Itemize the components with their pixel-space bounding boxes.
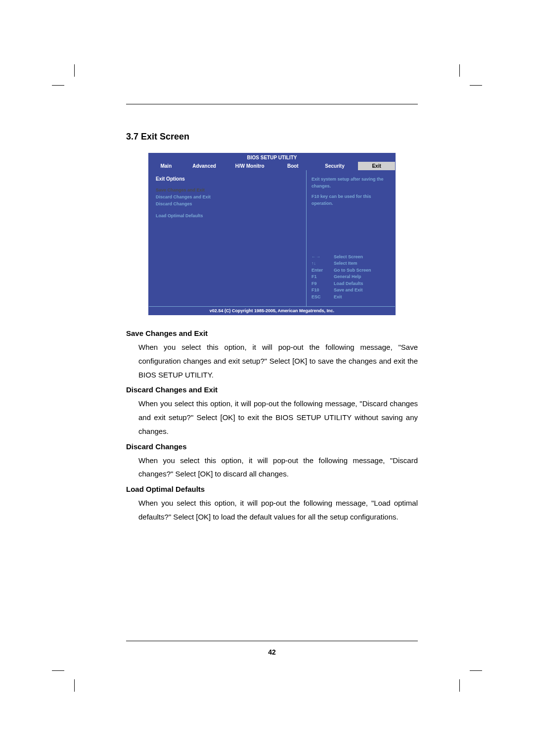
bios-key-row: F1General Help bbox=[312, 274, 390, 281]
bios-key: ↑↓ bbox=[312, 260, 334, 267]
crop-mark bbox=[64, 660, 84, 679]
description-text: When you select this option, it will pop… bbox=[138, 340, 418, 381]
bios-key-row: F9Load Defaults bbox=[312, 281, 390, 287]
description-title: Discard Changes and Exit bbox=[126, 385, 418, 394]
crop-mark bbox=[64, 77, 84, 96]
bios-body: Exit Options Save Changes and Exit Disca… bbox=[149, 170, 395, 306]
bios-right-panel: Exit system setup after saving the chang… bbox=[306, 170, 395, 306]
bios-key: F9 bbox=[312, 281, 334, 287]
page-content: 3.7 Exit Screen BIOS SETUP UTILITY Main … bbox=[126, 104, 418, 657]
bios-key: F1 bbox=[312, 274, 334, 281]
description-block: Save Changes and Exit When you select th… bbox=[126, 329, 418, 381]
bios-tab-main: Main bbox=[149, 162, 183, 170]
bios-option-save-exit: Save Changes and Exit bbox=[156, 187, 299, 193]
bios-option-load-defaults: Load Optimal Defaults bbox=[156, 212, 299, 219]
bios-tabs: Main Advanced H/W Monitro Boot Security … bbox=[149, 162, 395, 170]
description-block: Load Optimal Defaults When you select th… bbox=[126, 485, 418, 524]
description-title: Discard Changes bbox=[126, 442, 418, 451]
bios-help-text: Exit system setup after saving the chang… bbox=[312, 176, 390, 189]
bottom-divider bbox=[126, 641, 418, 641]
bios-exit-options-heading: Exit Options bbox=[156, 176, 299, 182]
description-text: When you select this option, it will pop… bbox=[138, 496, 418, 524]
bios-key-label: Select Item bbox=[334, 260, 357, 267]
bios-key-row: ←→Select Screen bbox=[312, 254, 390, 261]
bios-key: Enter bbox=[312, 267, 334, 274]
description-block: Discard Changes When you select this opt… bbox=[126, 442, 418, 481]
bios-key: ESC bbox=[312, 294, 334, 301]
bios-tab-advanced: Advanced bbox=[183, 162, 225, 170]
bios-tab-hw-monitor: H/W Monitro bbox=[225, 162, 274, 170]
bios-title: BIOS SETUP UTILITY bbox=[149, 153, 395, 162]
bios-key-label: Exit bbox=[334, 294, 342, 301]
bios-key-row: ESCExit bbox=[312, 294, 390, 301]
bios-screenshot: BIOS SETUP UTILITY Main Advanced H/W Mon… bbox=[148, 153, 396, 315]
crop-mark bbox=[450, 77, 470, 96]
bios-key-row: EnterGo to Sub Screen bbox=[312, 267, 390, 274]
bios-help-text: F10 key can be used for this operation. bbox=[312, 193, 390, 207]
bios-tab-boot: Boot bbox=[274, 162, 312, 170]
bios-option-group: Save Changes and Exit Discard Changes an… bbox=[156, 187, 299, 207]
bios-key: ←→ bbox=[312, 254, 334, 261]
bios-tab-security: Security bbox=[312, 162, 358, 170]
bios-key-legend: ←→Select Screen ↑↓Select Item EnterGo to… bbox=[312, 254, 390, 301]
description-text: When you select this option, it will pop… bbox=[138, 397, 418, 438]
bios-option-discard: Discard Changes bbox=[156, 200, 299, 207]
page-number: 42 bbox=[126, 648, 418, 656]
bios-tab-exit: Exit bbox=[358, 162, 395, 170]
bios-footer: v02.54 (C) Copyright 1985-2005, American… bbox=[149, 306, 395, 315]
crop-mark bbox=[450, 660, 470, 679]
top-divider bbox=[126, 104, 418, 104]
bios-key-row: F10Save and Exit bbox=[312, 287, 390, 294]
bios-key-label: Select Screen bbox=[334, 254, 363, 261]
description-text: When you select this option, it will pop… bbox=[138, 454, 418, 481]
bios-key-row: ↑↓Select Item bbox=[312, 260, 390, 267]
description-block: Discard Changes and Exit When you select… bbox=[126, 385, 418, 438]
description-title: Save Changes and Exit bbox=[126, 329, 418, 337]
bios-option-discard-exit: Discard Changes and Exit bbox=[156, 193, 299, 200]
bios-key-label: Go to Sub Screen bbox=[334, 267, 371, 274]
bios-left-panel: Exit Options Save Changes and Exit Disca… bbox=[149, 170, 306, 306]
bios-key-label: Save and Exit bbox=[334, 287, 363, 294]
section-heading: 3.7 Exit Screen bbox=[126, 132, 418, 142]
description-title: Load Optimal Defaults bbox=[126, 485, 418, 493]
bios-key: F10 bbox=[312, 287, 334, 294]
bios-key-label: Load Defaults bbox=[334, 281, 363, 287]
bios-key-label: General Help bbox=[334, 274, 361, 281]
